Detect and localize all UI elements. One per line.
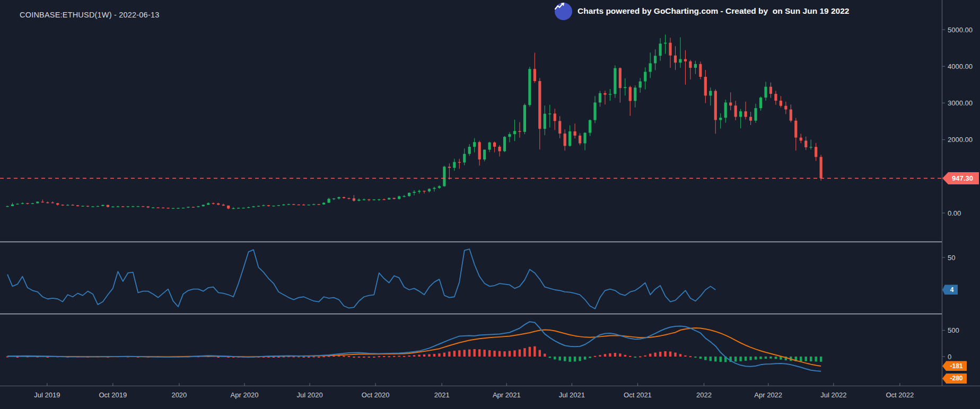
svg-text:Oct 2019: Oct 2019 — [99, 391, 127, 399]
svg-text:50: 50 — [948, 254, 955, 262]
symbol-title: COINBASE:ETHUSD(1W) - 2022-06-13 — [20, 11, 159, 19]
svg-text:Oct 2020: Oct 2020 — [362, 391, 390, 399]
svg-text:Apr 2021: Apr 2021 — [493, 391, 521, 399]
brand-watermark: Charts powered by GoCharting.com - Creat… — [555, 2, 849, 20]
svg-text:4000.00: 4000.00 — [948, 63, 973, 70]
oscillator-value-badge: 4 — [942, 284, 958, 295]
svg-text:2000.00: 2000.00 — [948, 136, 973, 144]
svg-text:Jul 2020: Jul 2020 — [297, 391, 323, 399]
brand-text: Charts powered by GoCharting.com - Creat… — [578, 6, 849, 16]
svg-text:Oct 2022: Oct 2022 — [886, 391, 914, 399]
svg-text:2020: 2020 — [171, 391, 187, 399]
svg-text:5000.00: 5000.00 — [948, 26, 973, 34]
macd-value-badge: -280 — [942, 374, 967, 384]
svg-text:0: 0 — [948, 353, 951, 361]
svg-text:500: 500 — [948, 326, 959, 334]
gocharting-logo-icon — [555, 3, 572, 20]
svg-text:2022: 2022 — [696, 391, 712, 399]
svg-text:Oct 2021: Oct 2021 — [624, 391, 652, 399]
svg-text:Jul 2021: Jul 2021 — [559, 391, 585, 399]
svg-text:2021: 2021 — [434, 391, 450, 399]
chart-canvas[interactable]: 5000.004000.003000.002000.000.00505000Ju… — [0, 0, 980, 409]
last-price-badge: 947.30 — [942, 172, 979, 184]
svg-text:Apr 2020: Apr 2020 — [231, 391, 259, 399]
svg-text:3000.00: 3000.00 — [948, 99, 973, 107]
svg-text:Apr 2022: Apr 2022 — [754, 391, 782, 399]
svg-text:Jul 2019: Jul 2019 — [34, 391, 60, 399]
svg-text:Jul 2022: Jul 2022 — [820, 391, 846, 399]
chart-root: 5000.004000.003000.002000.000.00505000Ju… — [0, 0, 980, 409]
macd-signal-badge: -181 — [942, 361, 967, 371]
svg-text:0.00: 0.00 — [948, 209, 961, 217]
